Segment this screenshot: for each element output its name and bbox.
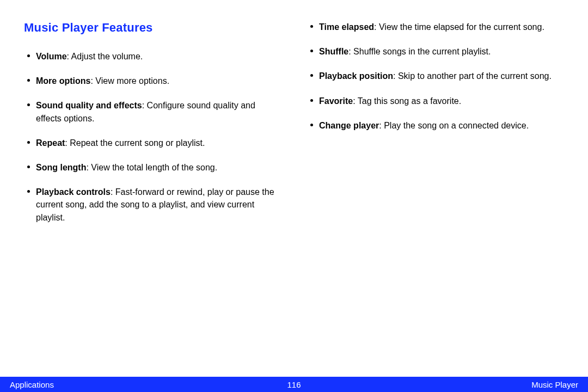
feature-term: Change player xyxy=(319,121,379,130)
feature-desc: : Shuffle songs in the current playlist. xyxy=(348,47,491,56)
section-heading: Music Player Features xyxy=(24,21,281,35)
feature-desc: : Tag this song as a favorite. xyxy=(353,96,461,106)
content-area: Music Player Features Volume: Adjust the… xyxy=(0,0,588,392)
list-item: Sound quality and effects: Configure sou… xyxy=(24,99,281,124)
list-item: Shuffle: Shuffle songs in the current pl… xyxy=(307,45,564,58)
right-column: Time elapsed: View the time elapsed for … xyxy=(307,21,564,392)
document-page: Music Player Features Volume: Adjust the… xyxy=(0,0,588,392)
feature-desc: : View more options. xyxy=(90,76,169,85)
feature-desc: : View the time elapsed for the current … xyxy=(374,22,544,32)
list-item: Change player: Play the song on a connec… xyxy=(307,119,564,132)
feature-term: Song length xyxy=(36,163,86,172)
list-item: Playback controls: Fast-forward or rewin… xyxy=(24,186,281,224)
feature-term: Playback position xyxy=(319,71,393,81)
feature-term: More options xyxy=(36,76,90,85)
feature-desc: : Adjust the volume. xyxy=(67,52,143,61)
feature-desc: : View the total length of the song. xyxy=(86,163,217,172)
feature-term: Playback controls xyxy=(36,187,111,197)
footer-section-right: Music Player xyxy=(531,380,578,389)
feature-desc: : Repeat the current song or playlist. xyxy=(65,138,205,148)
list-item: Playback position: Skip to another part … xyxy=(307,70,564,82)
feature-term: Favorite xyxy=(319,96,353,106)
list-item: Repeat: Repeat the current song or playl… xyxy=(24,137,281,149)
feature-desc: : Skip to another part of the current so… xyxy=(393,71,552,81)
feature-list-right: Time elapsed: View the time elapsed for … xyxy=(307,21,564,132)
footer-page-number: 116 xyxy=(287,380,301,389)
feature-desc: : Play the song on a connected device. xyxy=(379,121,529,130)
list-item: More options: View more options. xyxy=(24,75,281,87)
list-item: Time elapsed: View the time elapsed for … xyxy=(307,21,564,33)
list-item: Favorite: Tag this song as a favorite. xyxy=(307,95,564,107)
footer-bar: Applications 116 Music Player xyxy=(0,377,588,392)
left-column: Music Player Features Volume: Adjust the… xyxy=(24,21,281,392)
page-footer: Applications 116 Music Player xyxy=(0,377,588,392)
list-item: Volume: Adjust the volume. xyxy=(24,50,281,63)
feature-term: Shuffle xyxy=(319,47,348,56)
feature-term: Time elapsed xyxy=(319,22,374,32)
feature-term: Sound quality and effects xyxy=(36,101,142,110)
feature-term: Volume xyxy=(36,52,67,61)
feature-term: Repeat xyxy=(36,138,65,148)
feature-list-left: Volume: Adjust the volume. More options:… xyxy=(24,50,281,224)
footer-section-left: Applications xyxy=(10,380,54,389)
list-item: Song length: View the total length of th… xyxy=(24,161,281,174)
